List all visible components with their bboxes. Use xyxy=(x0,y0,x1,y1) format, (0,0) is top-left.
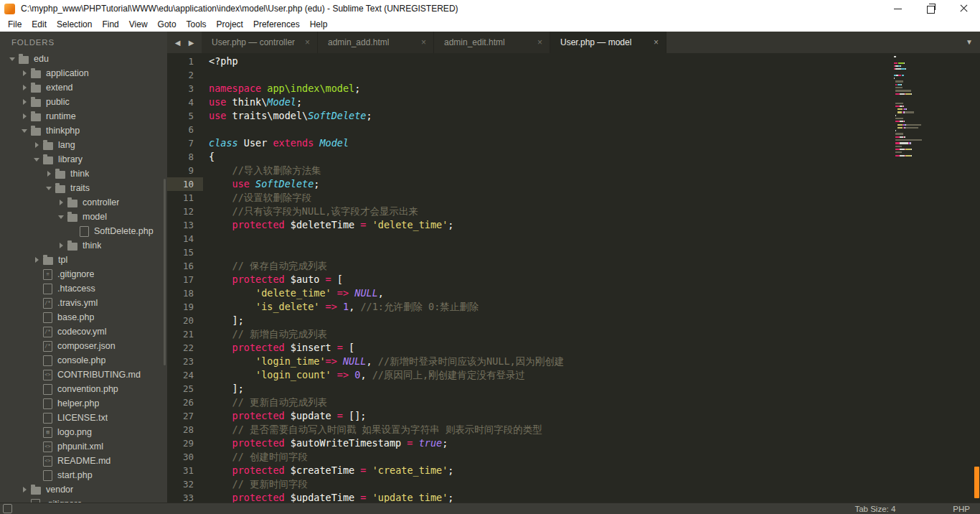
chevron-right-icon[interactable] xyxy=(21,485,29,494)
chevron-down-icon[interactable] xyxy=(45,184,54,192)
tree-file-logo.png[interactable]: logo.png xyxy=(0,425,167,439)
tree-folder-vendor[interactable]: vendor xyxy=(0,482,167,497)
menu-edit[interactable]: Edit xyxy=(27,17,52,32)
tree-folder-edu[interactable]: edu xyxy=(0,52,167,66)
menu-project[interactable]: Project xyxy=(212,17,248,32)
tree-file-start.php[interactable]: start.php xyxy=(0,468,167,482)
code-area[interactable]: 1<?php23namespace app\index\model;4use t… xyxy=(167,53,980,503)
tabs: User.php — controller×admin_add.html×adm… xyxy=(202,32,666,53)
tree-item-label: model xyxy=(83,212,107,222)
chevron-right-icon[interactable] xyxy=(21,69,29,78)
tab-user.php-model[interactable]: User.php — model× xyxy=(550,32,666,53)
menu-file[interactable]: File xyxy=(3,17,27,32)
chevron-right-icon[interactable] xyxy=(21,98,29,106)
sidebar-scrollbar[interactable] xyxy=(164,179,166,365)
chevron-down-icon[interactable] xyxy=(9,55,17,63)
chevron-right-icon[interactable] xyxy=(21,83,29,92)
tree-item-label: public xyxy=(46,97,70,107)
chevron-right-icon[interactable] xyxy=(33,141,42,149)
tab-admin-edit.html[interactable]: admin_edit.html× xyxy=(434,32,550,53)
chevron-right-icon[interactable] xyxy=(21,112,29,121)
tree-file-console.php[interactable]: console.php xyxy=(0,353,167,368)
chevron-down-icon[interactable] xyxy=(21,126,29,135)
tree-file-phpunit.xml[interactable]: phpunit.xml xyxy=(0,439,167,454)
arrow-spacer xyxy=(33,471,42,480)
tree-folder-think[interactable]: think xyxy=(0,238,167,253)
tree-file-.htaccess[interactable]: .htaccess xyxy=(0,281,167,296)
code-token: SoftDelete xyxy=(308,110,366,121)
chevron-right-icon[interactable] xyxy=(57,198,66,207)
menu-help[interactable]: Help xyxy=(305,17,333,32)
file-icon xyxy=(43,413,52,424)
close-tab-icon[interactable]: × xyxy=(654,37,659,47)
tab-nav-forward-button[interactable]: ▶ xyxy=(187,39,196,47)
tree-file-helper.php[interactable]: helper.php xyxy=(0,396,167,411)
tree-file-composer.json[interactable]: composer.json xyxy=(0,339,167,353)
restore-button[interactable] xyxy=(914,0,947,17)
tree-file-.travis.yml[interactable]: .travis.yml xyxy=(0,296,167,310)
menu-tools[interactable]: Tools xyxy=(182,17,212,32)
syntax-indicator[interactable]: PHP xyxy=(953,505,970,513)
tree-folder-public[interactable]: public xyxy=(0,95,167,109)
tree-folder-tpl[interactable]: tpl xyxy=(0,253,167,267)
tree-folder-thinkphp[interactable]: thinkphp xyxy=(0,123,167,138)
tree-file-convention.php[interactable]: convention.php xyxy=(0,382,167,396)
menu-find[interactable]: Find xyxy=(97,17,123,32)
code-row: 4use think\Model; xyxy=(167,95,980,109)
tree-file-codecov.yml[interactable]: codecov.yml xyxy=(0,324,167,339)
tab-admin-add.html[interactable]: admin_add.html× xyxy=(318,32,434,53)
menu-preferences[interactable]: Preferences xyxy=(248,17,305,32)
minimap[interactable] xyxy=(894,55,960,157)
minimize-button[interactable] xyxy=(881,0,914,17)
chevron-right-icon[interactable] xyxy=(45,169,54,178)
chevron-down-icon[interactable] xyxy=(57,212,66,221)
close-tab-icon[interactable]: × xyxy=(421,37,426,47)
tree-file-base.php[interactable]: base.php xyxy=(0,310,167,324)
tab-nav-back-button[interactable]: ◀ xyxy=(173,39,182,47)
file-image-icon xyxy=(43,427,52,438)
arrow-spacer xyxy=(33,356,42,365)
tree-folder-controller[interactable]: controller xyxy=(0,195,167,210)
tree-file-contributing.md[interactable]: CONTRIBUTING.md xyxy=(0,368,167,382)
minimap-token xyxy=(895,68,901,70)
code-token: = xyxy=(407,437,413,449)
menu-selection[interactable]: Selection xyxy=(52,17,97,32)
code-line: ]; xyxy=(209,314,244,327)
code-row: 31 protected $createTime = 'create_time'… xyxy=(167,464,980,477)
tree-item-label: console.php xyxy=(57,355,105,365)
menu-goto[interactable]: Goto xyxy=(153,17,182,32)
tab-size-indicator[interactable]: Tab Size: 4 xyxy=(854,505,895,513)
tree-file-.gitignore[interactable]: .gitignore xyxy=(0,267,167,281)
tree-folder-traits[interactable]: traits xyxy=(0,181,167,195)
chevron-right-icon[interactable] xyxy=(33,256,42,264)
tree-file-license.txt[interactable]: LICENSE.txt xyxy=(0,411,167,425)
tree-file-.gitignore[interactable]: .gitignore xyxy=(0,497,167,503)
window-controls xyxy=(881,0,980,17)
scroll-indicator[interactable] xyxy=(974,467,979,498)
line-number: 14 xyxy=(167,232,203,246)
line-number: 25 xyxy=(167,382,203,396)
line-number: 4 xyxy=(167,95,203,109)
tree-file-softdelete.php[interactable]: SoftDelete.php xyxy=(0,224,167,238)
tab-user.php-controller[interactable]: User.php — controller× xyxy=(202,32,318,53)
minimap-token xyxy=(895,115,896,116)
chevron-right-icon[interactable] xyxy=(57,241,66,250)
tree-folder-application[interactable]: application xyxy=(0,66,167,80)
status-bar-right: Tab Size: 4 PHP xyxy=(854,505,970,513)
chevron-down-icon[interactable] xyxy=(33,155,42,164)
code-line: protected $insert = [ xyxy=(209,341,354,355)
tab-overflow-button[interactable]: ▼ xyxy=(966,38,973,46)
file-icon xyxy=(43,470,52,481)
tree-folder-lang[interactable]: lang xyxy=(0,138,167,152)
close-tab-icon[interactable]: × xyxy=(305,37,310,47)
minimap-token xyxy=(905,68,906,70)
tree-folder-library[interactable]: library xyxy=(0,152,167,167)
tree-folder-extend[interactable]: extend xyxy=(0,80,167,95)
menu-view[interactable]: View xyxy=(124,17,153,32)
tree-folder-think[interactable]: think xyxy=(0,167,167,181)
close-button[interactable] xyxy=(947,0,980,17)
tree-file-readme.md[interactable]: README.md xyxy=(0,454,167,468)
close-tab-icon[interactable]: × xyxy=(537,37,542,47)
tree-folder-runtime[interactable]: runtime xyxy=(0,109,167,123)
tree-folder-model[interactable]: model xyxy=(0,210,167,224)
